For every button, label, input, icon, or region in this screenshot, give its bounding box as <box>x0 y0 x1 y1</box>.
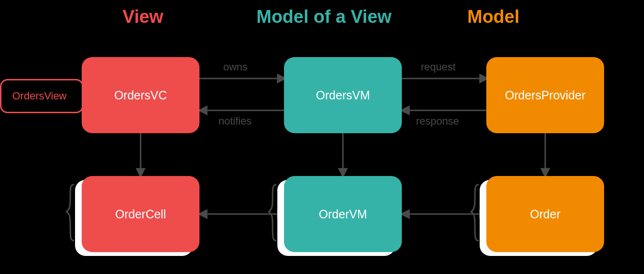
order-cell-label: OrderCell <box>115 207 166 221</box>
heading-viewmodel: Model of a View <box>256 7 391 27</box>
orders-view-box: OrdersView <box>0 79 84 113</box>
orders-vm-box: OrdersVM <box>284 57 402 133</box>
order-box: Order <box>486 176 604 252</box>
brace-ordervm <box>269 185 276 241</box>
orders-vm-label: OrdersVM <box>316 88 370 102</box>
orders-vc-box: OrdersVC <box>82 57 199 133</box>
edge-label-notifies: notifies <box>218 115 252 127</box>
edge-label-response: response <box>416 115 459 127</box>
order-label: Order <box>530 207 560 221</box>
edge-label-request: request <box>421 61 455 73</box>
order-vm-label: OrderVM <box>319 207 367 221</box>
orders-provider-label: OrdersProvider <box>505 88 586 102</box>
orders-vc-label: OrdersVC <box>114 88 167 102</box>
edge-label-owns: owns <box>223 61 247 73</box>
brace-ordercell <box>66 185 74 241</box>
orders-provider-box: OrdersProvider <box>486 57 604 133</box>
heading-view: View <box>123 7 163 27</box>
orders-view-label: OrdersView <box>12 90 67 102</box>
brace-order <box>471 185 479 241</box>
heading-model: Model <box>467 7 520 27</box>
order-cell-box: OrderCell <box>82 176 199 252</box>
order-vm-box: OrderVM <box>284 176 402 252</box>
